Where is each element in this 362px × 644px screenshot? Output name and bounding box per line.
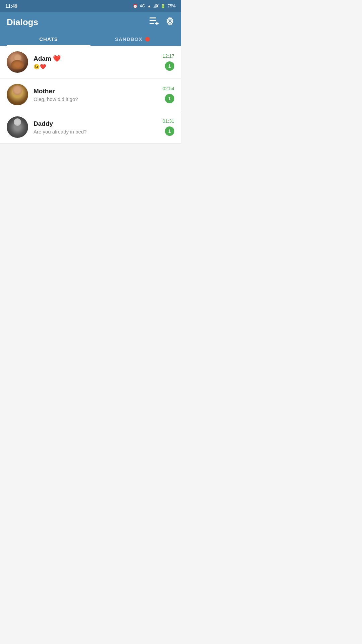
chat-time-adam: 12:17 [163, 53, 174, 59]
chat-content-adam: Adam ❤️ 😉❤️ [34, 55, 159, 70]
chat-item-mother[interactable]: Mother Oleg, how did it go? 02:54 1 [0, 78, 181, 111]
chat-time-daddy: 01:31 [163, 118, 174, 124]
chat-badge-daddy: 1 [165, 126, 174, 136]
svg-rect-3 [149, 17, 156, 18]
avatar-adam [7, 51, 28, 73]
signal-x-icon [153, 3, 159, 9]
chat-item-adam[interactable]: Adam ❤️ 😉❤️ 12:17 1 [0, 46, 181, 78]
empty-area [0, 144, 181, 311]
battery-icon: 🔋 [161, 4, 166, 8]
chat-message-adam: 😉❤️ [34, 64, 159, 70]
alarm-icon: ⏰ [133, 4, 138, 8]
chat-content-mother: Mother Oleg, how did it go? [34, 88, 159, 102]
avatar-mother [7, 84, 28, 105]
tabs: CHATS SANDBOX [7, 32, 174, 46]
header-top: Dialogs [7, 17, 174, 32]
svg-rect-5 [149, 23, 154, 24]
svg-marker-0 [153, 3, 156, 8]
tab-sandbox[interactable]: SANDBOX [90, 32, 174, 46]
header: Dialogs CHATS [0, 12, 181, 46]
signal-icon: ▲ [147, 4, 151, 8]
add-list-button[interactable] [149, 17, 159, 27]
chat-badge-adam: 1 [165, 61, 174, 71]
chat-name-adam: Adam ❤️ [34, 55, 159, 62]
chat-meta-daddy: 01:31 1 [163, 118, 174, 136]
chat-name-mother: Mother [34, 88, 159, 95]
status-time: 11:49 [5, 3, 17, 9]
page-title: Dialogs [7, 17, 38, 28]
tab-chats[interactable]: CHATS [7, 32, 90, 46]
chat-message-mother: Oleg, how did it go? [34, 96, 159, 102]
status-bar: 11:49 ⏰ 4G ▲ 🔋 75% [0, 0, 181, 12]
battery-percent: 75% [168, 4, 176, 8]
chat-item-daddy[interactable]: Daddy Are you already in bed? 01:31 1 [0, 111, 181, 144]
network-label: 4G [140, 4, 145, 8]
chat-meta-mother: 02:54 1 [163, 86, 174, 103]
chat-meta-adam: 12:17 1 [163, 53, 174, 71]
chat-list: Adam ❤️ 😉❤️ 12:17 1 Mother Oleg, how did… [0, 46, 181, 144]
status-icons: ⏰ 4G ▲ 🔋 75% [133, 3, 176, 9]
settings-button[interactable] [166, 17, 174, 28]
header-actions [149, 17, 174, 28]
avatar-daddy [7, 116, 28, 138]
svg-point-8 [169, 20, 171, 22]
sandbox-notification-dot [145, 37, 150, 42]
chat-content-daddy: Daddy Are you already in bed? [34, 120, 159, 135]
chat-name-daddy: Daddy [34, 120, 159, 127]
chat-message-daddy: Are you already in bed? [34, 129, 159, 135]
svg-rect-4 [149, 20, 156, 21]
chat-badge-mother: 1 [165, 94, 174, 103]
chat-time-mother: 02:54 [163, 86, 174, 91]
